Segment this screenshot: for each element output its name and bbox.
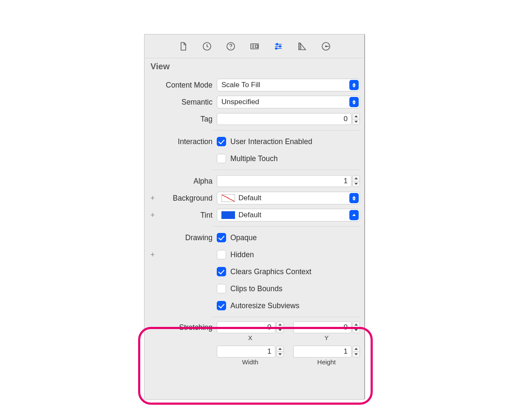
stretching-height-sublabel: Height [317, 358, 336, 366]
sliders-icon [273, 41, 283, 51]
view-properties: Content Mode Scale To Fill Semantic Unsp… [144, 73, 364, 371]
svg-point-5 [276, 43, 278, 45]
chevron-up-down-icon [349, 80, 359, 90]
opaque-checkbox[interactable] [217, 233, 226, 242]
stretching-width-sublabel: Width [242, 358, 258, 366]
chevron-up-down-icon [349, 210, 359, 220]
background-value: Default [238, 194, 261, 202]
tint-value: Default [238, 211, 261, 219]
multiple-touch-checkbox[interactable] [217, 154, 226, 163]
tint-label: Tint [161, 211, 212, 220]
ruler-icon [297, 41, 307, 51]
svg-point-7 [275, 48, 277, 49]
user-interaction-checkbox[interactable] [217, 137, 226, 146]
chevron-up-down-icon [349, 193, 359, 203]
tag-stepper[interactable] [352, 113, 360, 125]
svg-point-6 [279, 45, 281, 47]
document-icon [178, 41, 188, 51]
chevron-up-down-icon [349, 97, 359, 107]
size-inspector-tab[interactable] [296, 40, 308, 52]
tag-label: Tag [161, 115, 212, 124]
stretching-height-field[interactable]: 1 [293, 346, 352, 358]
semantic-popup[interactable]: Unspecified [217, 96, 360, 108]
content-mode-popup[interactable]: Scale To Fill [217, 79, 360, 91]
svg-rect-4 [255, 45, 258, 48]
semantic-value: Unspecified [221, 98, 259, 106]
alpha-label: Alpha [161, 177, 212, 186]
identity-inspector-tab[interactable] [249, 40, 261, 52]
semantic-label: Semantic [161, 98, 212, 107]
autoresize-text: Autoresize Subviews [230, 301, 299, 310]
add-background-variant-button[interactable]: + [149, 194, 156, 202]
stretching-label: Stretching [161, 321, 212, 332]
color-swatch-none-icon [221, 194, 235, 202]
attributes-inspector-panel: View Content Mode Scale To Fill Semantic… [144, 34, 365, 400]
section-title: View [144, 58, 364, 73]
clock-icon [202, 41, 212, 51]
help-inspector-tab[interactable] [225, 40, 237, 52]
clears-graphics-checkbox[interactable] [217, 267, 226, 276]
add-tint-variant-button[interactable]: + [149, 211, 156, 219]
stretching-width-stepper[interactable] [276, 346, 284, 358]
clips-to-bounds-text: Clips to Bounds [230, 284, 283, 293]
multiple-touch-text: Multiple Touch [230, 154, 278, 163]
user-interaction-text: User Interaction Enabled [230, 137, 312, 146]
opaque-text: Opaque [230, 233, 257, 242]
stretching-height-stepper[interactable] [352, 346, 360, 358]
alpha-field[interactable]: 1 [217, 175, 351, 187]
question-icon [226, 41, 236, 51]
stretching-x-field[interactable]: 0 [217, 321, 275, 333]
file-inspector-tab[interactable] [177, 40, 189, 52]
clears-graphics-text: Clears Graphics Context [230, 267, 312, 276]
background-label: Background [161, 194, 212, 203]
tint-color-popup[interactable]: Default [217, 209, 360, 221]
stretching-y-stepper[interactable] [352, 321, 360, 333]
tag-field[interactable]: 0 [217, 113, 351, 125]
stretching-x-sublabel: X [248, 334, 252, 341]
interaction-label: Interaction [161, 137, 212, 146]
connections-inspector-tab[interactable] [320, 40, 332, 52]
background-color-popup[interactable]: Default [217, 192, 360, 204]
color-swatch-blue-icon [221, 211, 235, 219]
autoresize-checkbox[interactable] [217, 301, 226, 310]
inspector-tabbar [144, 34, 364, 58]
hidden-text: Hidden [230, 250, 254, 259]
stretching-width-field[interactable]: 1 [217, 346, 275, 358]
content-mode-label: Content Mode [161, 81, 212, 90]
drawing-label: Drawing [161, 233, 212, 242]
stretching-y-sublabel: Y [324, 334, 329, 341]
add-drawing-variant-button[interactable]: + [149, 251, 156, 258]
stretching-x-stepper[interactable] [276, 321, 284, 333]
attributes-inspector-tab[interactable] [272, 40, 284, 52]
content-mode-value: Scale To Fill [221, 81, 260, 89]
id-card-icon [249, 41, 260, 51]
history-inspector-tab[interactable] [201, 40, 213, 52]
alpha-stepper[interactable] [352, 175, 360, 187]
hidden-checkbox[interactable] [217, 250, 226, 259]
svg-point-2 [230, 48, 231, 49]
clips-to-bounds-checkbox[interactable] [217, 284, 226, 293]
stretching-y-field[interactable]: 0 [293, 321, 352, 333]
svg-point-9 [325, 45, 327, 47]
connection-icon [321, 41, 331, 51]
